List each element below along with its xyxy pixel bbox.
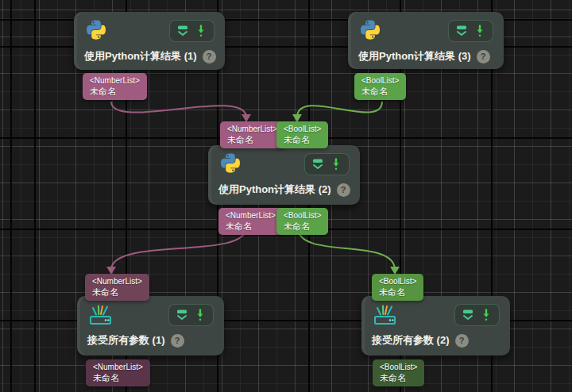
- receiver-icon: [372, 304, 399, 329]
- node-python-result-1[interactable]: 使用Python计算结果 (1) ?: [74, 12, 225, 70]
- port-boollist-output[interactable]: <BoolList> 未命名: [276, 208, 328, 235]
- port-numberlist-output[interactable]: <NumberList> 未命名: [83, 73, 147, 100]
- port-type-label: <NumberList>: [226, 210, 276, 221]
- help-icon[interactable]: ?: [171, 334, 184, 348]
- download-button[interactable]: [329, 157, 343, 171]
- node-action-toolbar: [448, 20, 493, 42]
- double-chevron-down-icon: [176, 25, 189, 37]
- port-boollist-input[interactable]: <BoolList> 未命名: [276, 121, 328, 148]
- collapse-toggle-button[interactable]: [454, 24, 469, 38]
- help-icon[interactable]: ?: [477, 50, 490, 63]
- double-chevron-down-icon: [311, 158, 324, 171]
- download-button[interactable]: [194, 24, 208, 38]
- port-numberlist-input[interactable]: <NumberList> 未命名: [85, 274, 149, 301]
- download-button[interactable]: [479, 308, 493, 322]
- node-title: 使用Python计算结果 (1): [84, 49, 197, 63]
- download-arrow-icon: [330, 158, 342, 171]
- collapse-toggle-button[interactable]: [176, 24, 190, 38]
- help-icon[interactable]: ?: [455, 334, 469, 348]
- port-numberlist-output[interactable]: <NumberList> 未命名: [86, 359, 150, 386]
- download-arrow-icon: [195, 25, 207, 37]
- download-arrow-icon: [194, 309, 207, 321]
- node-title: 接受所有参数 (1): [87, 333, 165, 348]
- port-boollist-output[interactable]: <BoolList> 未命名: [354, 73, 406, 100]
- collapse-toggle-button[interactable]: [461, 308, 475, 322]
- port-type-label: <BoolList>: [379, 276, 416, 286]
- node-graph-canvas[interactable]: 使用Python计算结果 (1) ? <NumberList> 未命名: [0, 0, 572, 392]
- edge-boollist-py3-to-py2[interactable]: [297, 102, 382, 117]
- node-python-result-2[interactable]: 使用Python计算结果 (2) ?: [208, 145, 360, 205]
- node-title: 接受所有参数 (2): [372, 333, 450, 348]
- help-icon[interactable]: ?: [203, 50, 216, 63]
- edge-numberlist-py1-to-py2[interactable]: [111, 102, 246, 117]
- receiver-icon: [87, 304, 114, 329]
- download-button[interactable]: [193, 308, 207, 322]
- double-chevron-down-icon: [176, 309, 188, 321]
- collapse-toggle-button[interactable]: [175, 308, 189, 322]
- port-numberlist-input[interactable]: <NumberList> 未命名: [220, 121, 284, 148]
- port-boollist-input[interactable]: <BoolList> 未命名: [372, 274, 423, 301]
- download-arrow-icon: [473, 25, 486, 37]
- python-logo-icon: [84, 20, 108, 47]
- port-name-label: 未命名: [284, 134, 321, 145]
- port-name-label: 未命名: [284, 221, 321, 232]
- python-logo-icon: [218, 153, 242, 180]
- port-name-label: 未命名: [380, 372, 417, 383]
- node-receive-params-1[interactable]: 接受所有参数 (1) ?: [77, 296, 224, 355]
- port-type-label: <NumberList>: [93, 362, 143, 372]
- double-chevron-down-icon: [455, 25, 468, 37]
- node-title: 使用Python计算结果 (3): [358, 49, 471, 63]
- python-logo-icon: [358, 20, 382, 47]
- port-name-label: 未命名: [226, 221, 276, 232]
- collapse-toggle-button[interactable]: [311, 157, 325, 171]
- port-type-label: <NumberList>: [90, 75, 140, 86]
- double-chevron-down-icon: [462, 309, 474, 321]
- node-action-toolbar: [168, 304, 214, 326]
- port-boollist-output[interactable]: <BoolList> 未命名: [373, 359, 424, 386]
- port-name-label: 未命名: [90, 86, 140, 97]
- node-python-result-3[interactable]: 使用Python计算结果 (3) ?: [348, 12, 504, 69]
- port-name-label: 未命名: [93, 372, 143, 383]
- node-action-toolbar: [304, 153, 350, 175]
- download-arrow-icon: [480, 309, 493, 321]
- port-type-label: <NumberList>: [92, 276, 142, 286]
- node-receive-params-2[interactable]: 接受所有参数 (2) ?: [361, 296, 510, 355]
- port-name-label: 未命名: [379, 286, 416, 298]
- port-name-label: 未命名: [361, 86, 399, 97]
- port-type-label: <BoolList>: [380, 362, 417, 372]
- port-numberlist-output[interactable]: <NumberList> 未命名: [218, 208, 283, 235]
- port-type-label: <NumberList>: [227, 124, 277, 134]
- port-name-label: 未命名: [92, 286, 142, 298]
- download-button[interactable]: [473, 24, 487, 38]
- port-type-label: <BoolList>: [361, 75, 399, 86]
- port-type-label: <BoolList>: [284, 124, 321, 134]
- node-action-toolbar: [454, 304, 500, 326]
- port-name-label: 未命名: [227, 134, 277, 145]
- node-action-toolbar: [169, 20, 214, 42]
- port-type-label: <BoolList>: [284, 210, 321, 221]
- node-title: 使用Python计算结果 (2): [218, 183, 331, 197]
- help-icon[interactable]: ?: [337, 183, 350, 197]
